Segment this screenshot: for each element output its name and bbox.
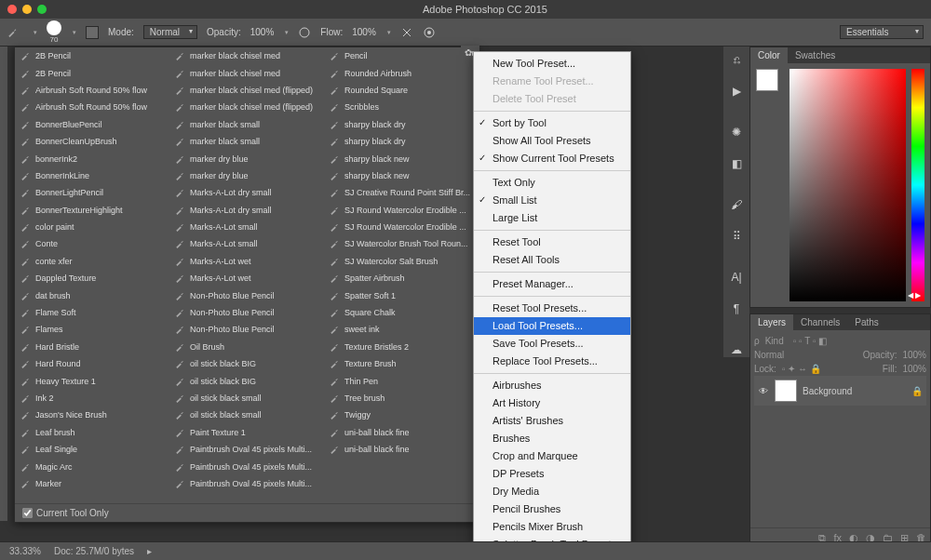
- pressure-opacity-icon[interactable]: [298, 26, 311, 39]
- tool-preset-item[interactable]: Paintbrush Oval 45 pixels Multi...: [169, 458, 324, 474]
- tool-preset-item[interactable]: marker black chisel med (flipped): [169, 99, 324, 115]
- tool-preset-item[interactable]: oil stick black small: [169, 407, 324, 423]
- tool-preset-item[interactable]: marker black small: [169, 116, 324, 133]
- tool-preset-item[interactable]: Tree brush: [324, 390, 479, 407]
- tool-preset-item[interactable]: Scribbles: [324, 99, 479, 115]
- tool-preset-item[interactable]: Texture Brush: [324, 355, 479, 372]
- tool-preset-item[interactable]: 2B Pencil: [15, 64, 169, 81]
- tool-preset-item[interactable]: Paintbrush Oval 45 pixels Multi...: [169, 441, 324, 458]
- tool-preset-item[interactable]: marker black chisel med (flipped): [169, 82, 324, 99]
- menu-sort-by-tool[interactable]: ✓Sort by Tool: [474, 114, 630, 132]
- tool-preset-item[interactable]: SJ Watercolor Salt Brush: [324, 253, 479, 270]
- tool-preset-item[interactable]: SJ Round Watercolor Erodible ...: [324, 202, 479, 219]
- menu-preset-set[interactable]: Pencils Mixer Brush: [474, 518, 630, 536]
- tool-preset-item[interactable]: Twiggy: [324, 407, 479, 423]
- menu-reset-all-tools[interactable]: Reset All Tools: [474, 251, 630, 269]
- fill-value[interactable]: 100%: [902, 364, 926, 374]
- layer-opacity-value[interactable]: 100%: [902, 350, 926, 360]
- menu-load-tool-presets[interactable]: Load Tool Presets...: [474, 317, 630, 335]
- tool-preset-item[interactable]: Rounded Square: [324, 82, 479, 99]
- tool-preset-item[interactable]: Thin Pen: [324, 372, 479, 389]
- tool-preset-item[interactable]: Non-Photo Blue Pencil: [169, 304, 324, 321]
- menu-reset-tool-presets[interactable]: Reset Tool Presets...: [474, 300, 630, 317]
- tool-preset-item[interactable]: Airbrush Soft Round 50% flow: [15, 99, 169, 115]
- tool-preset-item[interactable]: Flame Soft: [15, 304, 169, 321]
- tool-preset-item[interactable]: Flames: [15, 321, 169, 338]
- tool-preset-item[interactable]: BonnerInkLine: [15, 167, 169, 184]
- tool-preset-item[interactable]: 2B Pencil: [15, 47, 169, 64]
- opacity-value[interactable]: 100%: [250, 27, 275, 37]
- tool-preset-item[interactable]: Spatter Soft 1: [324, 287, 479, 303]
- tool-preset-item[interactable]: Ink 2: [15, 390, 169, 407]
- styles-icon[interactable]: ◧: [729, 156, 744, 171]
- tool-preset-item[interactable]: Jason's Nice Brush: [15, 407, 169, 423]
- menu-preset-set[interactable]: Pencil Brushes: [474, 500, 630, 518]
- tool-preset-item[interactable]: BonnerCleanUpBrush: [15, 133, 169, 150]
- tool-preset-item[interactable]: oil stick black small: [169, 390, 324, 407]
- tool-preset-item[interactable]: oil stick black BIG: [169, 355, 324, 372]
- filter-kind-label[interactable]: Kind: [765, 336, 784, 346]
- play-icon[interactable]: ▶: [729, 84, 744, 99]
- minimize-window-button[interactable]: [22, 5, 32, 14]
- tab-paths[interactable]: Paths: [847, 314, 886, 330]
- tool-preset-item[interactable]: Square Chalk: [324, 304, 479, 321]
- tool-preset-item[interactable]: marker dry blue: [169, 167, 324, 184]
- adjustments-icon[interactable]: ✺: [729, 125, 744, 140]
- tool-preset-item[interactable]: Hard Round: [15, 355, 169, 372]
- tool-preset-item[interactable]: Marks-A-Lot dry small: [169, 202, 324, 219]
- menu-show-current[interactable]: ✓Show Current Tool Presets: [474, 150, 630, 167]
- tool-preset-picker-chevron[interactable]: ▾: [34, 29, 37, 36]
- menu-reset-tool[interactable]: Reset Tool: [474, 233, 630, 251]
- tab-layers[interactable]: Layers: [750, 314, 793, 330]
- tool-preset-item[interactable]: Hard Bristle: [15, 339, 169, 355]
- opacity-chevron[interactable]: ▾: [285, 29, 289, 36]
- tool-preset-item[interactable]: marker black small: [169, 133, 324, 150]
- tool-preset-item[interactable]: bonnerInk2: [15, 150, 169, 167]
- tool-preset-item[interactable]: Non-Photo Blue Pencil: [169, 287, 324, 303]
- menu-show-all[interactable]: Show All Tool Presets: [474, 132, 630, 150]
- brush-panel-toggle-icon[interactable]: [86, 26, 99, 39]
- tool-preset-item[interactable]: Spatter Airbrush: [324, 270, 479, 287]
- tool-preset-item[interactable]: Marker: [15, 475, 169, 492]
- workspace-select[interactable]: Essentials: [840, 25, 924, 39]
- tool-preset-item[interactable]: oil stick black BIG: [169, 372, 324, 389]
- tool-preset-item[interactable]: Marks-A-Lot small: [169, 235, 324, 252]
- close-window-button[interactable]: [7, 5, 17, 14]
- tool-preset-item[interactable]: Heavy Texture 1: [15, 372, 169, 389]
- color-field[interactable]: [789, 69, 906, 301]
- tool-preset-item[interactable]: conte xfer: [15, 253, 169, 270]
- tool-preset-item[interactable]: BonnerBluePencil: [15, 116, 169, 133]
- tool-preset-item[interactable]: Magic Arc: [15, 458, 169, 474]
- brush-picker-chevron[interactable]: ▾: [73, 29, 76, 36]
- menu-preset-manager[interactable]: Preset Manager...: [474, 275, 630, 293]
- hue-slider[interactable]: ◀ ▶: [911, 69, 924, 301]
- tool-preset-item[interactable]: marker black chisel med: [169, 64, 324, 81]
- zoom-window-button[interactable]: [37, 5, 47, 14]
- brush-presets-icon[interactable]: 🖌: [729, 197, 744, 212]
- tool-preset-item[interactable]: Marks-A-Lot dry small: [169, 184, 324, 201]
- zoom-level[interactable]: 33.33%: [9, 546, 41, 556]
- tab-swatches[interactable]: Swatches: [788, 47, 843, 63]
- blend-mode-layers[interactable]: Normal: [754, 350, 784, 360]
- airbrush-icon[interactable]: [400, 26, 413, 39]
- current-tool-only-checkbox[interactable]: [22, 508, 33, 518]
- tool-preset-item[interactable]: Leaf Single: [15, 441, 169, 458]
- tool-preset-item[interactable]: BonnerTextureHighlight: [15, 202, 169, 219]
- tool-preset-item[interactable]: sharpy black dry: [324, 116, 479, 133]
- tool-preset-item[interactable]: sharpy black dry: [324, 133, 479, 150]
- history-panel-icon[interactable]: ⎌: [729, 52, 744, 67]
- menu-preset-set[interactable]: Artists' Brushes: [474, 412, 630, 430]
- pressure-size-icon[interactable]: [423, 26, 436, 39]
- tool-preset-item[interactable]: Paintbrush Oval 45 pixels Multi...: [169, 475, 324, 492]
- tool-preset-item[interactable]: Marks-A-Lot wet: [169, 253, 324, 270]
- menu-large-list[interactable]: Large List: [474, 209, 630, 227]
- tool-preset-item[interactable]: marker dry blue: [169, 150, 324, 167]
- menu-preset-set[interactable]: Airbrushes: [474, 377, 630, 394]
- flow-chevron[interactable]: ▾: [387, 29, 391, 36]
- tool-preset-item[interactable]: Marks-A-Lot wet: [169, 270, 324, 287]
- tool-preset-item[interactable]: Marks-A-Lot small: [169, 219, 324, 235]
- menu-new-tool-preset[interactable]: New Tool Preset...: [474, 55, 630, 73]
- tool-preset-item[interactable]: SJ Watercolor Brush Tool Roun...: [324, 235, 479, 252]
- tool-preset-item[interactable]: Pencil: [324, 47, 479, 64]
- blend-mode-select[interactable]: Normal: [143, 25, 197, 39]
